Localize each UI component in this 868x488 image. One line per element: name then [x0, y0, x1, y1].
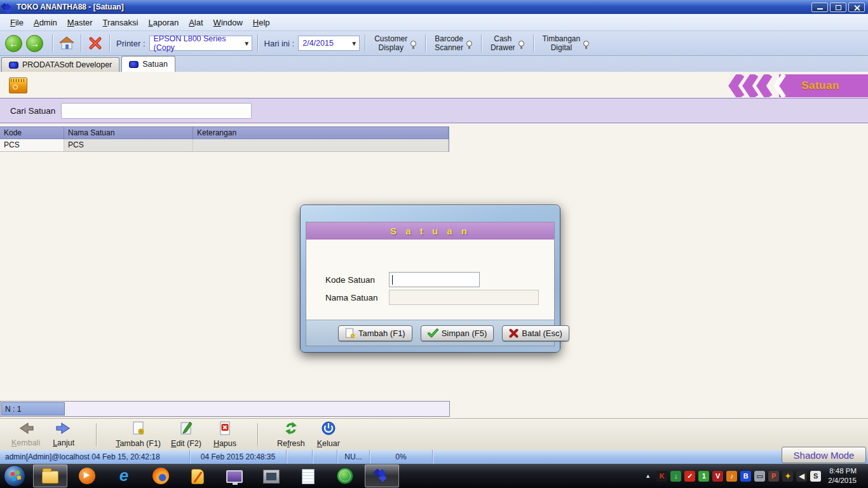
taskbar-notepad[interactable]: [291, 464, 325, 487]
taskbar-internet-explorer[interactable]: e: [107, 464, 141, 487]
globe-icon: [337, 468, 353, 484]
tambah-f1-button[interactable]: Tambah (F1): [111, 419, 166, 449]
kode-satuan-input[interactable]: [389, 272, 480, 287]
simpan-button[interactable]: Simpan (F5): [421, 325, 494, 341]
simpan-button-label: Simpan (F5): [442, 329, 487, 338]
button-label: Refresh: [277, 439, 305, 448]
search-input[interactable]: [61, 103, 252, 119]
keluar-button[interactable]: Keluar: [310, 419, 347, 449]
taskbar-clock[interactable]: 8:48 PM 2/4/2015: [828, 466, 857, 485]
taskbar-prodatasoft[interactable]: [365, 464, 399, 487]
table-cell: [193, 139, 449, 151]
menu-item-help[interactable]: Help: [248, 16, 275, 29]
device-button-timbangan-digital[interactable]: Timbangan Digital: [539, 33, 593, 54]
menu-item-window[interactable]: Window: [208, 16, 248, 29]
taskbar-remote-desktop[interactable]: [217, 464, 252, 487]
refresh-button[interactable]: Refresh: [272, 419, 310, 449]
tray-expand-icon[interactable]: ▲: [645, 473, 651, 479]
device-button-barcode-scanner[interactable]: Barcode Scanner: [431, 33, 476, 54]
back-button[interactable]: ←: [5, 35, 22, 52]
taskbar-globe-app[interactable]: [328, 464, 362, 487]
lanjut-button[interactable]: Lanjut: [45, 420, 82, 449]
tab-label: Satuan: [142, 60, 168, 69]
search-row: Cari Satuan: [0, 98, 868, 123]
start-button[interactable]: [4, 465, 25, 487]
clock-time: 8:48 PM: [828, 466, 857, 476]
delete-page-icon: [217, 421, 233, 438]
forward-arrow-icon: [55, 421, 72, 438]
delete-x-icon[interactable]: [86, 35, 104, 51]
nama-satuan-input[interactable]: [389, 290, 539, 305]
kembali-button: Kembali: [6, 420, 45, 449]
toolbar-separator: [365, 34, 365, 52]
tab-satuan[interactable]: Satuan: [121, 56, 175, 72]
satuan-table: KodeNama SatuanKeterangan PCSPCS: [0, 126, 449, 152]
shield-tray-icon[interactable]: V: [712, 471, 723, 482]
toolbar-separator: [96, 423, 97, 446]
firefox-icon: [153, 468, 169, 484]
taskbar-media-player[interactable]: [70, 464, 104, 487]
lamp-icon: [583, 41, 589, 46]
menu-item-laporan[interactable]: Laporan: [143, 16, 184, 29]
menu-item-alat[interactable]: Alat: [184, 16, 208, 29]
restore-button[interactable]: [830, 3, 846, 12]
column-header-keterangan: Keterangan: [193, 127, 449, 139]
main-toolbar: ← → Printer : EPSON L800 Series (Copy ▼ …: [0, 31, 868, 56]
usb-eject-tray-icon[interactable]: 1: [698, 471, 709, 482]
device-button-cash-drawer[interactable]: Cash Drawer: [487, 33, 528, 54]
shadow-mode-badge: Shadow Mode: [782, 447, 866, 463]
app-logo-icon: [3, 3, 13, 11]
kaspersky-tray-icon[interactable]: K: [656, 471, 667, 482]
status-bar: admin[Admin]@localhost 04 Feb 15, 20:42:…: [0, 450, 868, 464]
forward-button[interactable]: →: [26, 35, 43, 52]
volume-tray-icon[interactable]: ◀: [796, 471, 807, 482]
bottom-toolbar: KembaliLanjutTambah (F1)Edit (F2)HapusRe…: [0, 418, 868, 450]
edit-f2-button[interactable]: Edit (F2): [166, 419, 207, 449]
tab-prodatasoft-developer[interactable]: PRODATASoft Developer: [1, 57, 119, 72]
status-user-session: admin[Admin]@localhost 04 Feb 15, 20:42:…: [0, 450, 190, 464]
menu-item-master[interactable]: Master: [62, 16, 98, 29]
minimize-button[interactable]: [811, 3, 828, 12]
touchpad-tray-icon[interactable]: ▭: [754, 471, 765, 482]
date-select[interactable]: 2/4/2015 ▼: [298, 36, 360, 51]
add-page-icon: [131, 421, 146, 438]
toolbar-separator: [533, 34, 534, 52]
table-row[interactable]: PCSPCS: [0, 139, 449, 152]
spark-tray-icon[interactable]: ✦: [782, 471, 793, 482]
close-button[interactable]: [848, 3, 865, 12]
status-empty-segment: [287, 450, 313, 464]
nama-satuan-label: Nama Satuan: [325, 293, 389, 302]
text-caret: [392, 275, 393, 285]
menu-item-admin[interactable]: Admin: [29, 16, 62, 29]
checker-tray-icon[interactable]: ✓: [684, 471, 695, 482]
download-manager-tray-icon[interactable]: ↓: [670, 471, 681, 482]
audio-app-tray-icon[interactable]: ♪: [726, 471, 737, 482]
application-window: TOKO ANANTHA88 - [Satuan] FileAdminMaste…: [0, 0, 868, 488]
status-numlock: NU...: [337, 450, 370, 464]
tambah-button[interactable]: Tambah (F1): [338, 325, 412, 341]
menu-item-transaksi[interactable]: Transaksi: [98, 16, 144, 29]
batal-button[interactable]: Batal (Esc): [502, 325, 569, 341]
refresh-icon: [283, 421, 299, 438]
shadow-defender-tray-icon[interactable]: S: [810, 471, 821, 482]
taskbar-firefox[interactable]: [144, 464, 178, 487]
device-button-label: Timbangan Digital: [543, 34, 581, 53]
printer-tray-icon[interactable]: P: [768, 471, 779, 482]
home-icon[interactable]: [58, 35, 76, 51]
taskbar-app-window[interactable]: [254, 464, 288, 487]
app-icon: [374, 468, 390, 484]
device-button-label: Barcode Scanner: [435, 34, 463, 53]
gem-icon: [9, 62, 18, 69]
hapus-button[interactable]: Hapus: [207, 419, 243, 449]
button-label: Tambah (F1): [116, 439, 161, 448]
device-button-customer-display[interactable]: Customer Display: [370, 33, 420, 54]
printer-select[interactable]: EPSON L800 Series (Copy ▼: [149, 36, 252, 51]
taskbar-sim-tool[interactable]: [180, 464, 215, 487]
clock-date: 2/4/2015: [828, 476, 857, 485]
window-controls: [811, 3, 865, 12]
taskbar-windows-explorer[interactable]: [33, 464, 67, 487]
table-cell: PCS: [64, 139, 193, 151]
bluetooth-tray-icon[interactable]: B: [740, 471, 751, 482]
tab-strip: PRODATASoft DeveloperSatuan: [0, 56, 868, 72]
menu-item-file[interactable]: File: [5, 16, 29, 29]
